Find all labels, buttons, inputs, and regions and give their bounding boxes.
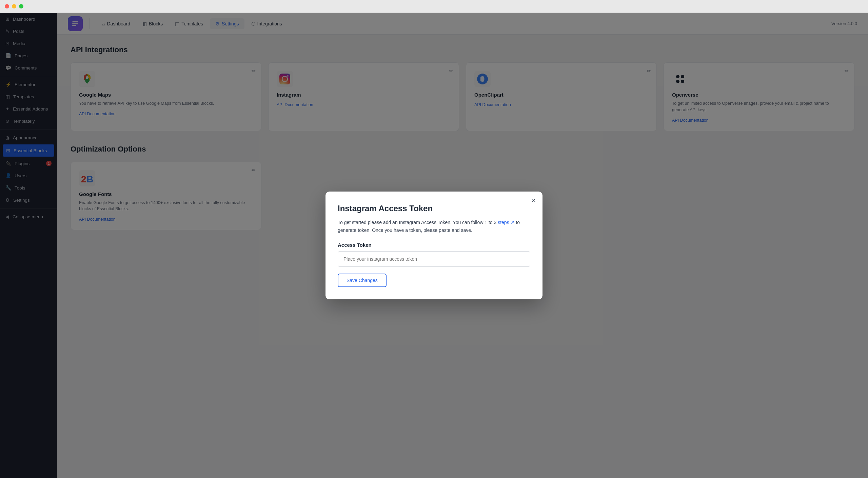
modal-title: Instagram Access Token bbox=[338, 204, 530, 213]
modal-overlay[interactable]: × Instagram Access Token To get started … bbox=[0, 13, 868, 478]
instagram-modal: × Instagram Access Token To get started … bbox=[326, 192, 542, 299]
modal-desc-text1: To get started please add an Instagram A… bbox=[338, 220, 498, 225]
modal-description: To get started please add an Instagram A… bbox=[338, 219, 530, 234]
minimize-button[interactable] bbox=[12, 4, 16, 8]
steps-link-text: steps bbox=[498, 220, 509, 225]
modal-close-button[interactable]: × bbox=[532, 197, 536, 204]
save-changes-button[interactable]: Save Changes bbox=[338, 274, 387, 287]
close-button[interactable] bbox=[5, 4, 9, 8]
steps-link[interactable]: steps ↗ bbox=[498, 220, 514, 225]
maximize-button[interactable] bbox=[19, 4, 23, 8]
access-token-input[interactable] bbox=[338, 251, 530, 267]
access-token-label: Access Token bbox=[338, 242, 530, 248]
title-bar bbox=[0, 0, 868, 13]
